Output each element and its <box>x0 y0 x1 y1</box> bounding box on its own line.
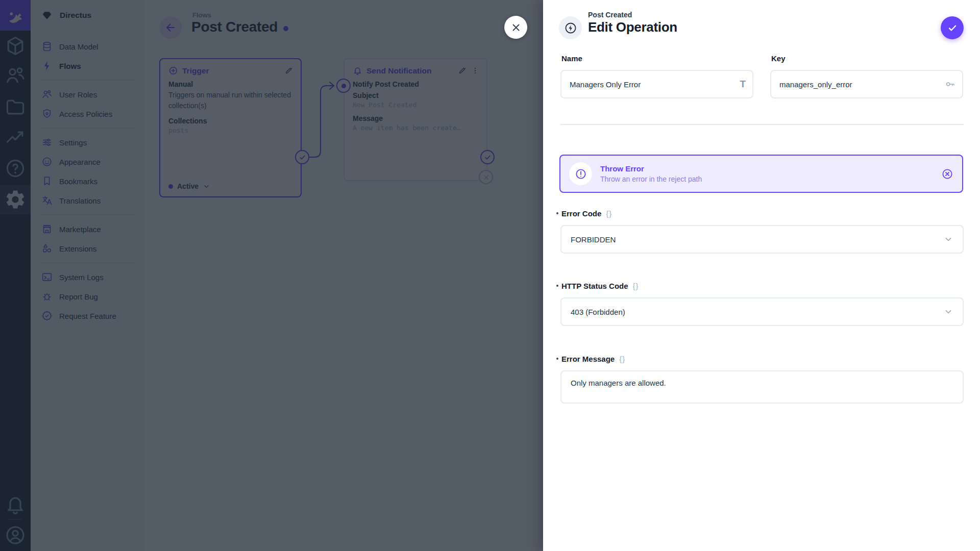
operation-type-title: Throw Error <box>600 164 702 173</box>
drawer-title: Edit Operation <box>588 19 677 35</box>
error-code-value: FORBIDDEN <box>571 235 616 244</box>
directus-app: Directus Data Model Flows User Roles Acc… <box>0 0 980 551</box>
save-button[interactable] <box>941 16 964 39</box>
required-dot <box>556 285 558 287</box>
required-dot <box>556 358 558 360</box>
drawer-overlay[interactable] <box>0 0 543 551</box>
operation-type-icon <box>559 16 582 39</box>
error-message-value: Only managers are allowed. <box>571 379 666 387</box>
key-icon <box>945 79 955 90</box>
chevron-down-icon <box>943 307 953 317</box>
raw-value-icon[interactable]: {} <box>619 355 625 363</box>
required-dot <box>556 212 558 214</box>
close-drawer-button[interactable] <box>504 16 527 39</box>
deselect-type-icon[interactable] <box>941 168 953 180</box>
name-input[interactable] <box>561 71 752 97</box>
operation-type-subtitle: Throw an error in the reject path <box>600 175 702 183</box>
bolt-circle-icon <box>564 21 577 35</box>
key-field[interactable] <box>770 70 963 98</box>
alert-circle-icon <box>569 162 592 185</box>
http-status-value: 403 (Forbidden) <box>571 308 625 316</box>
error-code-label-row: Error Code{} <box>561 209 612 218</box>
drawer-breadcrumb: Post Created <box>588 11 632 19</box>
key-input[interactable] <box>771 71 962 97</box>
http-status-select[interactable]: 403 (Forbidden) <box>560 297 964 326</box>
edit-operation-drawer: Post Created Edit Operation Name T Key T… <box>543 0 980 551</box>
error-code-select[interactable]: FORBIDDEN <box>560 225 964 254</box>
name-field[interactable]: T <box>560 70 753 98</box>
title-formatter-icon: T <box>740 79 746 90</box>
raw-value-icon[interactable]: {} <box>606 209 612 218</box>
key-label: Key <box>771 54 786 63</box>
raw-value-icon[interactable]: {} <box>633 282 639 290</box>
error-message-label-row: Error Message{} <box>561 355 625 363</box>
chevron-down-icon <box>943 234 953 244</box>
name-label: Name <box>561 54 582 63</box>
check-icon <box>947 22 958 34</box>
http-status-label-row: HTTP Status Code{} <box>561 282 639 290</box>
section-divider <box>560 124 964 125</box>
operation-type-card-throw-error[interactable]: Throw Error Throw an error in the reject… <box>559 155 963 193</box>
close-icon <box>510 22 522 33</box>
error-message-field[interactable]: Only managers are allowed. <box>560 370 964 404</box>
